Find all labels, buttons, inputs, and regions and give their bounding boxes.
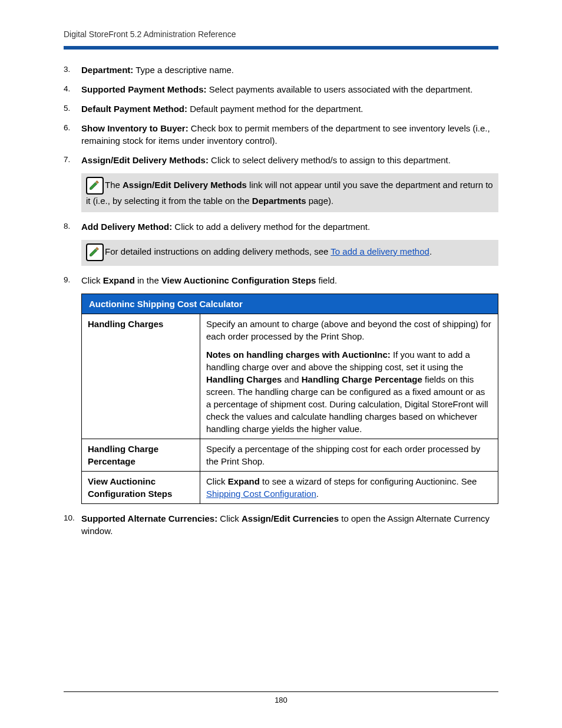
list-item: 7. Assign/Edit Delivery Methods: Click t… [64, 154, 498, 166]
note-callout: For detailed instructions on adding deli… [81, 240, 498, 266]
list-item: 6. Show Inventory to Buyer: Check box to… [64, 122, 498, 147]
page: Digital StoreFront 5.2 Administration Re… [0, 0, 562, 728]
item-text: Type a descriptive name. [133, 65, 234, 75]
table-title: Auctioninc Shipping Cost Calculator [82, 294, 498, 314]
item-text: Click [81, 275, 103, 285]
item-label: Show Inventory to Buyer: [81, 123, 189, 133]
callout-text: . [429, 246, 432, 256]
table-row: Handling Charge Percentage Specify a per… [82, 439, 498, 471]
numbered-list: 8. Add Delivery Method: Click to add a d… [64, 220, 498, 233]
item-label: Department: [81, 65, 133, 75]
row-text: to see a wizard of steps for configuring… [260, 476, 477, 486]
footer-rule [64, 691, 498, 692]
item-label: Default Payment Method: [81, 104, 187, 114]
item-bold: View Auctioninc Configuration Steps [161, 275, 316, 285]
list-item: 4. Supported Payment Methods: Select pay… [64, 83, 498, 95]
item-label: Assign/Edit Delivery Methods: [81, 155, 209, 165]
table-row: Handling Charges Specify an amount to ch… [82, 314, 498, 439]
page-number: 180 [275, 696, 287, 704]
numbered-list: 10. Supported Alternate Currencies: Clic… [64, 512, 498, 537]
item-text: field. [316, 275, 337, 285]
item-label: Add Delivery Method: [81, 222, 172, 232]
shipping-cost-config-link[interactable]: Shipping Cost Configuration [206, 489, 316, 499]
pencil-icon [86, 177, 104, 195]
list-item: 9. Click Expand in the View Auctioninc C… [64, 274, 498, 286]
row-bold: Notes on handling charges with AuctionIn… [206, 350, 391, 360]
item-text: Click to select delivery method/s to ass… [209, 155, 451, 165]
page-footer: 180 [0, 691, 562, 704]
item-number: 6. [64, 122, 81, 147]
callout-text: The [105, 180, 123, 190]
row-label: Handling Charge Percentage [82, 439, 200, 471]
row-content: Specify a percentage of the shipping cos… [200, 439, 498, 471]
item-text: Select payments available to users assoc… [207, 84, 473, 94]
item-label: Supported Payment Methods: [81, 84, 207, 94]
item-number: 7. [64, 154, 81, 166]
item-text: in the [135, 275, 161, 285]
row-content: Specify an amount to charge (above and b… [200, 314, 498, 439]
row-text: and [282, 374, 301, 384]
callout-bold: Departments [252, 196, 306, 206]
row-content: Click Expand to see a wizard of steps fo… [200, 471, 498, 503]
row-bold: Handling Charge Percentage [302, 374, 422, 384]
row-bold: Handling Charges [206, 374, 282, 384]
item-number: 3. [64, 64, 81, 76]
row-text: . [316, 489, 319, 499]
list-item: 8. Add Delivery Method: Click to add a d… [64, 220, 498, 233]
callout-bold: Assign/Edit Delivery Methods [123, 180, 247, 190]
item-text: Default payment method for the departmen… [187, 104, 363, 114]
row-text: Click [206, 476, 228, 486]
item-number: 4. [64, 83, 81, 95]
list-item: 5. Default Payment Method: Default payme… [64, 103, 498, 115]
page-header: Digital StoreFront 5.2 Administration Re… [64, 29, 498, 39]
item-number: 5. [64, 103, 81, 115]
row-paragraph: Specify an amount to charge (above and b… [206, 318, 492, 342]
row-label: Handling Charges [82, 314, 200, 439]
add-delivery-method-link[interactable]: To add a delivery method [330, 246, 429, 256]
callout-text: page). [306, 196, 334, 206]
numbered-list: 9. Click Expand in the View Auctioninc C… [64, 274, 498, 286]
header-rule [64, 46, 498, 50]
table-row: View Auctioninc Configuration Steps Clic… [82, 471, 498, 503]
item-text: Click [217, 513, 242, 523]
item-bold: Expand [103, 275, 135, 285]
item-number: 8. [64, 220, 81, 233]
callout-text: For detailed instructions on adding deli… [105, 246, 330, 256]
item-bold: Assign/Edit Currencies [242, 513, 339, 523]
row-label: View Auctioninc Configuration Steps [82, 471, 200, 503]
list-item: 10. Supported Alternate Currencies: Clic… [64, 512, 498, 537]
note-callout: The Assign/Edit Delivery Methods link wi… [81, 173, 498, 212]
item-label: Supported Alternate Currencies: [81, 513, 217, 523]
list-item: 3. Department: Type a descriptive name. [64, 64, 498, 76]
item-text: Click to add a delivery method for the d… [172, 222, 370, 232]
item-number: 10. [64, 512, 81, 537]
item-number: 9. [64, 274, 81, 286]
numbered-list: 3. Department: Type a descriptive name. … [64, 64, 498, 166]
pencil-icon [86, 243, 104, 261]
auctioninc-table: Auctioninc Shipping Cost Calculator Hand… [81, 294, 498, 504]
row-paragraph: Notes on handling charges with AuctionIn… [206, 348, 492, 435]
row-bold: Expand [228, 476, 260, 486]
